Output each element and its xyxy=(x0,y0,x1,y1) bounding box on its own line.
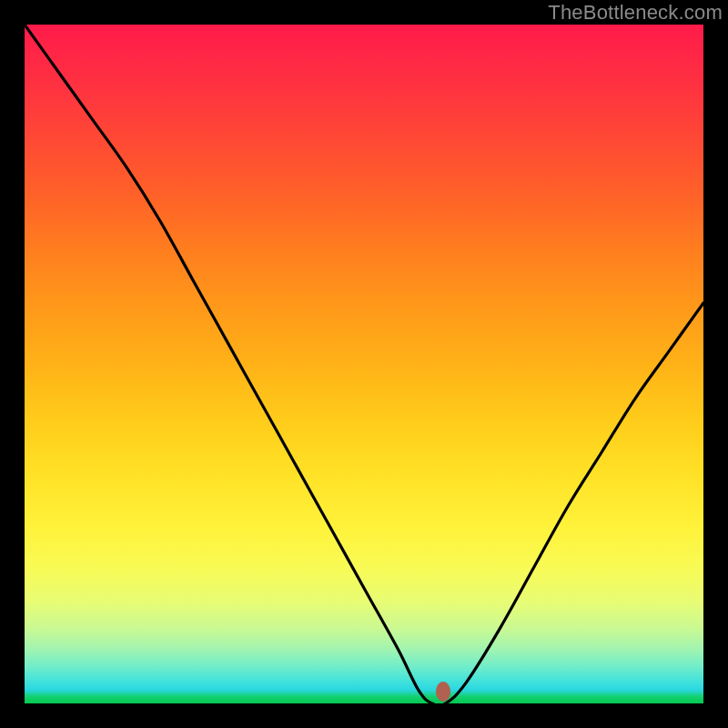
chart-frame: TheBottleneck.com xyxy=(0,0,728,728)
heat-gradient-background xyxy=(25,25,703,703)
watermark-text: TheBottleneck.com xyxy=(548,1,723,25)
plot-area xyxy=(25,25,703,703)
